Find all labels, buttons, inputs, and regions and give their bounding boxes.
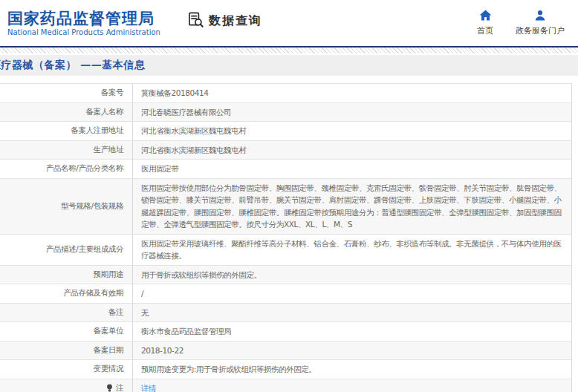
table-row: 备案人注册地址河北省衡水滨湖新区魏屯魏屯村 [0,122,571,141]
table-row: 预期用途用于骨折或软组织等损伤的外固定。 [0,266,571,285]
info-table: 备案号冀衡械备20180414备案人名称河北春晓医疗器械有限公司备案人注册地址河… [0,83,572,392]
row-label: 型号规格/包装规格 [0,179,132,234]
page-title-bar: 医疗器械（备案） ——基本信息 [0,55,578,76]
row-value: 医用固定带采用玻璃纤维、聚酯纤维等高分子材料、铝合金、石膏粉、纱布、非织造布等制… [132,235,571,265]
table-row: 变更情况预期用途变更为:用于骨折或软组织等损伤的外固定。 [0,360,571,379]
row-value: 用于骨折或软组织等损伤的外固定。 [132,266,571,284]
row-value: 详情 [132,379,571,392]
row-value: 河北省衡水滨湖新区魏屯魏屯村 [132,122,571,140]
row-value: 河北省衡水滨湖新区魏屯魏屯村 [132,141,571,160]
row-label: 备案日期 [0,342,132,360]
row-value: 冀衡械备20180414 [132,84,571,102]
table-row: 备案号冀衡械备20180414 [0,84,571,103]
row-label: 变更情况 [0,360,132,379]
logo-subtitle: National Medical Products Administration [7,28,160,37]
table-row: 产品名称/产品分类名称医用固定带 [0,160,571,179]
row-value: 医用固定带 [132,160,571,178]
table-row: 注详情 [0,379,571,392]
row-value: 河北春晓医疗器械有限公司 [132,103,571,122]
table-row: 产品存储及有效期/ [0,284,571,304]
header: 国家药品监督管理局 National Medical Products Admi… [0,0,578,46]
nav-home-label: 首页 [477,25,493,36]
row-label: 备案单位 [0,322,132,341]
row-value: / [132,284,571,303]
table-row: 型号规格/包装规格医用固定带按使用部位分为肋骨固定带、胸围固定带、颈椎固定带、克… [0,179,571,235]
page-title: 医疗器械（备案） ——基本信息 [0,59,145,72]
table-row: 备案人名称河北春晓医疗器械有限公司 [0,103,571,122]
row-label: 备注 [0,304,132,322]
table-row: 备注无 [0,304,571,323]
row-label: 生产地址 [0,141,132,160]
row-value: 医用固定带按使用部位分为肋骨固定带、胸围固定带、颈椎固定带、克雷氏固定带、髌骨固… [132,179,571,234]
user-icon [534,10,546,23]
home-icon [479,10,492,23]
document-search-icon [187,11,204,31]
row-label: 产品描述/主要组成成分 [0,235,132,265]
row-value: 2018-10-22 [132,342,571,360]
data-query-heading: 数据查询 [187,11,262,31]
logo-title: 国家药品监督管理局 [7,10,160,27]
row-label: 预期用途 [0,266,132,284]
row-value: 衡水市食品药品监督管理局 [132,322,571,341]
nav-portal-label: 政务服务门户 [516,25,565,36]
table-row: 产品描述/主要组成成分医用固定带采用玻璃纤维、聚酯纤维等高分子材料、铝合金、石膏… [0,235,571,266]
row-label: 备案人注册地址 [0,122,132,140]
top-nav: 首页 政务服务门户 [477,10,571,36]
row-label: 备案号 [0,84,132,102]
table-row: 生产地址河北省衡水滨湖新区魏屯魏屯村 [0,141,571,160]
row-label: 产品存储及有效期 [0,284,132,303]
table-row: 备案日期2018-10-22 [0,342,571,361]
nmpa-logo[interactable]: 国家药品监督管理局 National Medical Products Admi… [7,10,160,37]
data-query-title: 数据查询 [209,13,262,29]
table-row: 备案单位衡水市食品药品监督管理局 [0,322,571,342]
row-label: 备案人名称 [0,103,132,122]
details-link[interactable]: 详情 [141,382,156,392]
row-value: 无 [132,304,571,322]
nav-home[interactable]: 首页 [477,10,493,36]
nav-portal[interactable]: 政务服务门户 [516,10,565,36]
lightbulb-icon [106,384,113,392]
row-value: 预期用途变更为:用于骨折或软组织等损伤的外固定。 [132,360,571,379]
row-label: 产品名称/产品分类名称 [0,160,132,178]
stripe-band [0,48,578,53]
row-label: 注 [0,379,132,392]
